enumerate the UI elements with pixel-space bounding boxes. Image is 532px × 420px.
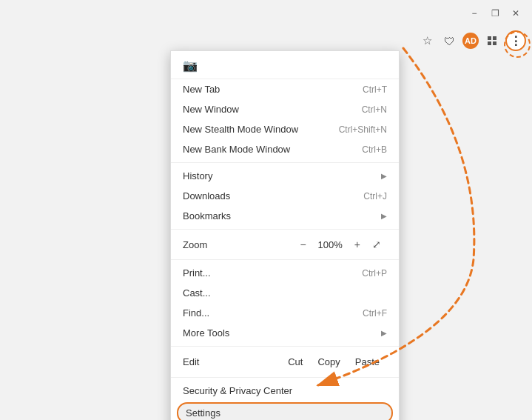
main-menu-button[interactable]: ⋮ (505, 30, 526, 51)
menu-item-downloads[interactable]: Downloads Ctrl+J (171, 186, 399, 206)
zoom-value: 100% (312, 238, 349, 252)
edit-row: Edit Cut Copy Paste (171, 350, 399, 374)
restore-button[interactable]: ❐ (485, 6, 505, 21)
menu-item-security[interactable]: Security & Privacy Center (171, 381, 399, 401)
menu-item-print[interactable]: Print... Ctrl+P (171, 263, 399, 283)
separator-1 (171, 162, 399, 163)
paste-button[interactable]: Paste (348, 354, 387, 370)
zoom-plus-button[interactable]: + (349, 237, 366, 252)
menu-item-more-tools[interactable]: More Tools ▶ (171, 323, 399, 343)
minimize-button[interactable]: − (464, 6, 485, 21)
camera-icon: 📷 (183, 59, 198, 72)
extension-icon[interactable] (483, 32, 501, 50)
svg-rect-2 (488, 41, 491, 45)
menu-item-new-window[interactable]: New Window Ctrl+N (171, 99, 399, 119)
menu-item-settings[interactable]: Settings (177, 402, 393, 420)
bookmark-icon[interactable]: ☆ (418, 32, 436, 50)
separator-3 (171, 259, 399, 260)
separator-4 (171, 346, 399, 347)
svg-rect-3 (493, 41, 496, 45)
svg-rect-0 (488, 36, 491, 40)
zoom-row: Zoom − 100% + ⤢ (171, 233, 399, 256)
zoom-minus-button[interactable]: − (294, 237, 312, 252)
copy-button[interactable]: Copy (310, 354, 347, 370)
shield-icon[interactable]: 🛡 (440, 32, 458, 50)
menu-item-bank[interactable]: New Bank Mode Window Ctrl+B (171, 139, 399, 159)
cut-button[interactable]: Cut (280, 354, 310, 370)
context-menu: 📷 New Tab Ctrl+T New Window Ctrl+N New S… (170, 50, 400, 420)
menu-item-stealth[interactable]: New Stealth Mode Window Ctrl+Shift+N (171, 119, 399, 139)
title-bar: − ❐ ✕ (458, 0, 532, 27)
menu-item-bookmarks[interactable]: Bookmarks ▶ (171, 206, 399, 226)
menu-item-new-tab[interactable]: New Tab Ctrl+T (171, 79, 399, 99)
zoom-fullscreen-button[interactable]: ⤢ (366, 237, 387, 252)
menu-item-cast[interactable]: Cast... (171, 283, 399, 303)
separator-2 (171, 229, 399, 230)
user-avatar[interactable]: AD (462, 33, 479, 49)
menu-item-find[interactable]: Find... Ctrl+F (171, 303, 399, 323)
separator-5 (171, 377, 399, 378)
close-button[interactable]: ✕ (505, 6, 526, 21)
browser-window: − ❐ ✕ ☆ 🛡 AD ⋮ 📷 New Tab Ctrl+ (0, 0, 532, 420)
menu-header: 📷 (171, 51, 399, 79)
svg-rect-1 (493, 36, 496, 40)
menu-item-history[interactable]: History ▶ (171, 166, 399, 186)
